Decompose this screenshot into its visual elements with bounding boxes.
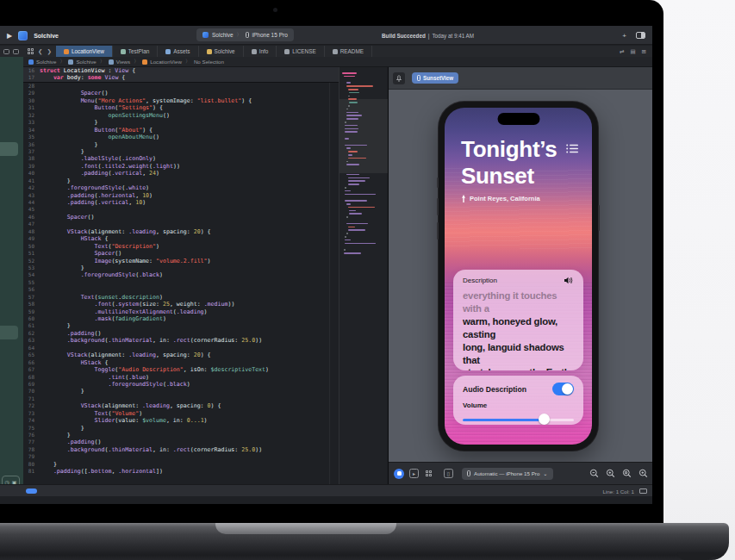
tab-testplan[interactable]: TestPlan xyxy=(113,46,159,57)
minimap-viewport[interactable] xyxy=(339,99,388,173)
line-number: 54 xyxy=(23,271,38,278)
zoom-actual-size-button[interactable] xyxy=(606,469,615,478)
window-title: Solchive xyxy=(34,33,59,39)
variants-grid-icon[interactable] xyxy=(424,469,433,478)
minimap-line xyxy=(346,203,351,205)
editor-options-icon[interactable]: ▤ xyxy=(630,48,635,55)
code-line: 17 var body: some View { xyxy=(23,74,339,81)
document-icon xyxy=(284,49,290,54)
pin-preview-button[interactable] xyxy=(393,72,405,84)
inspector-toggle-icon[interactable] xyxy=(636,32,645,39)
split-editor-icon[interactable]: ⊞ xyxy=(642,48,646,55)
pin-icon xyxy=(397,75,402,82)
tab-license[interactable]: LICENSE xyxy=(277,46,324,57)
line-number: 64 xyxy=(23,345,38,352)
minimap-line xyxy=(345,187,346,189)
line-number: 45 xyxy=(23,206,38,213)
code-line: 66 HStack { xyxy=(23,359,339,366)
line-number: 36 xyxy=(23,141,38,148)
code-line: 63 .background(.thinMaterial, in: .rect(… xyxy=(23,337,339,344)
minimap-line xyxy=(348,177,370,179)
zoom-in-button[interactable] xyxy=(638,469,648,478)
pane-icon[interactable] xyxy=(3,49,9,54)
line-number: 79 xyxy=(23,453,38,460)
tab-readme[interactable]: README xyxy=(325,46,372,57)
code-line: 30 Menu("More Actions", systemImage: "li… xyxy=(23,97,339,104)
source-editor[interactable]: 16struct LocationView : View {17 var bod… xyxy=(23,67,388,484)
line-number: 63 xyxy=(23,337,38,344)
line-number: 60 xyxy=(23,315,38,322)
list-bullet-icon[interactable] xyxy=(566,144,578,153)
minimap[interactable] xyxy=(339,67,387,484)
minimap-line xyxy=(344,249,346,251)
scheme-selector[interactable]: Solchive 〉 iPhone 15 Pro xyxy=(196,28,294,41)
tab-solchive[interactable]: Solchive xyxy=(199,46,244,57)
breadcrumb-item[interactable]: Views xyxy=(109,59,130,65)
minimap-line xyxy=(349,92,358,94)
breakpoint-indicator[interactable] xyxy=(26,488,37,494)
line-number: 50 xyxy=(23,243,38,250)
pane-icon[interactable] xyxy=(13,49,19,54)
scheme-device[interactable]: iPhone 15 Pro xyxy=(252,32,288,38)
slider-knob[interactable] xyxy=(539,414,550,425)
back-button[interactable]: ❮ xyxy=(38,48,42,55)
code-line: 67 Toggle("Audio Description", isOn: $de… xyxy=(23,366,339,373)
code-review-icon[interactable]: ⇄ xyxy=(620,48,624,55)
breadcrumb-label: LocationView xyxy=(150,59,182,65)
preview-tab-sunsetview[interactable]: SunsetView xyxy=(412,72,458,84)
line-number: 72 xyxy=(23,402,38,409)
tab-locationview[interactable]: LocationView xyxy=(56,46,113,57)
line-number: 53 xyxy=(23,264,38,271)
code-line: 54 .foregroundStyle(.black) xyxy=(23,271,339,278)
minimap-line xyxy=(348,180,365,182)
preview-device-menu[interactable]: Automatic — iPhone 15 Pro ⌄ xyxy=(462,468,553,480)
zoom-to-fit-button[interactable] xyxy=(622,469,632,478)
speaker-icon[interactable] xyxy=(564,277,574,284)
code-line: 41 } xyxy=(23,177,339,184)
device-settings-button[interactable]: ▯ xyxy=(444,469,453,478)
code-line: 69 .foregroundStyle(.black) xyxy=(23,381,339,388)
minimap-line xyxy=(346,115,362,116)
forward-button[interactable]: ❯ xyxy=(47,48,51,55)
breadcrumb-item[interactable]: Solchive xyxy=(28,59,56,65)
breadcrumb-item[interactable]: LocationView xyxy=(142,59,182,65)
editor-grid-icon[interactable] xyxy=(28,48,34,54)
code-line: 72 VStack(alignment: .leading, spacing: … xyxy=(23,402,339,409)
add-editor-button[interactable]: + xyxy=(622,32,626,40)
device-icon xyxy=(417,75,420,81)
line-number: 69 xyxy=(23,381,38,388)
line-number: 42 xyxy=(23,184,38,191)
breadcrumb-item[interactable]: No Selection xyxy=(194,59,224,65)
chevron-down-icon: ⌄ xyxy=(543,470,547,476)
tab-assets[interactable]: Assets xyxy=(158,46,198,57)
breadcrumb-item[interactable]: Solchive xyxy=(68,59,96,65)
selectable-preview-button[interactable]: ▸ xyxy=(409,469,419,478)
code-line: 46 Spacer() xyxy=(23,214,339,221)
code-line: 76 } xyxy=(23,432,339,439)
live-preview-button[interactable] xyxy=(394,469,404,479)
plist-icon xyxy=(252,49,257,54)
line-number: 52 xyxy=(23,258,38,264)
editor-status-bar: Line: 1 Col: 1 xyxy=(0,484,652,496)
app-title-line1: Tonight’s xyxy=(461,136,557,163)
volume-down-button xyxy=(437,222,439,240)
volume-slider[interactable] xyxy=(463,414,574,425)
audio-description-toggle[interactable] xyxy=(552,383,574,395)
line-number: 38 xyxy=(23,155,38,162)
zoom-out-button[interactable] xyxy=(589,469,599,478)
tab-info[interactable]: Info xyxy=(244,46,277,57)
code-line: 29 Spacer() xyxy=(23,90,339,96)
swift-file-icon xyxy=(64,49,69,54)
line-number: 31 xyxy=(23,104,38,111)
xcode-window: ▶ Solchive Solchive 〉 iPhone 15 Pro Buil… xyxy=(0,26,652,504)
device-icon xyxy=(467,470,470,476)
swift-file-icon xyxy=(142,59,147,65)
code-line: 49 HStack { xyxy=(23,235,339,242)
line-number: 40 xyxy=(23,170,38,177)
minimap-line xyxy=(346,85,373,87)
breadcrumb-label: Solchive xyxy=(36,59,56,65)
run-button[interactable]: ▶ xyxy=(7,32,12,40)
line-number: 35 xyxy=(23,134,38,140)
minimap-line xyxy=(346,223,368,225)
scheme-project[interactable]: Solchive xyxy=(212,32,234,38)
